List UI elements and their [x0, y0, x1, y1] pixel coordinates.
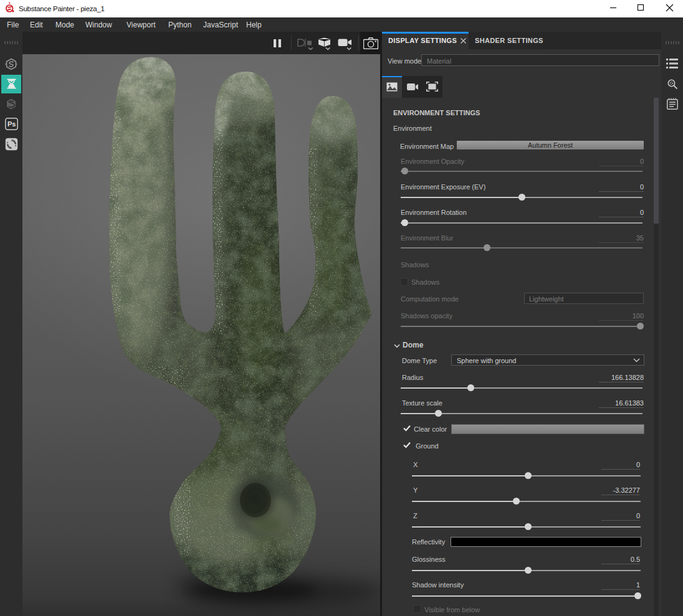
- svg-text:Ps: Ps: [7, 120, 16, 128]
